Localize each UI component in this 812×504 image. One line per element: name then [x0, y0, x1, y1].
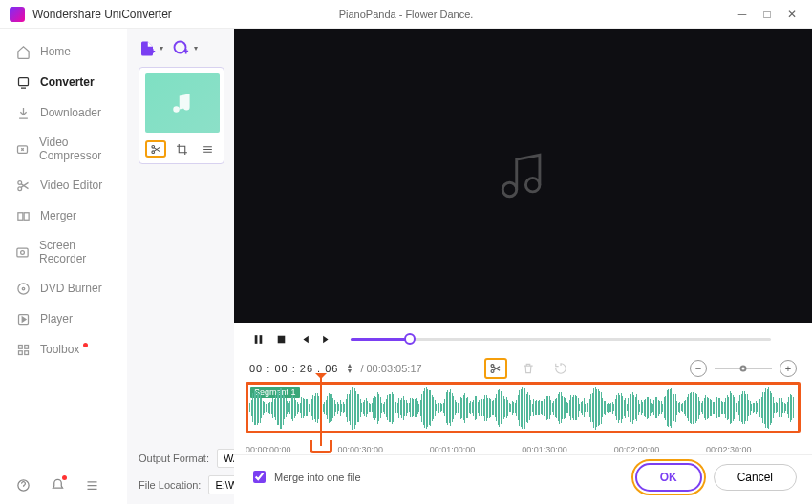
- svg-point-21: [502, 182, 517, 197]
- svg-rect-6: [17, 248, 28, 257]
- preview-area: [234, 29, 812, 323]
- app-title: Wondershare UniConverter: [32, 8, 172, 21]
- svg-point-27: [491, 369, 494, 372]
- titlebar: Wondershare UniConverter PianoPanda - Fl…: [0, 0, 812, 29]
- undo-tool[interactable]: [549, 358, 572, 379]
- help-icon[interactable]: [15, 477, 31, 493]
- crop-button[interactable]: [171, 140, 192, 158]
- app-logo-icon: [10, 7, 25, 22]
- ok-button[interactable]: OK: [635, 463, 702, 492]
- ruler-tick: 00:01:30:00: [522, 445, 567, 454]
- disc-icon: [15, 281, 31, 296]
- svg-rect-11: [18, 345, 22, 348]
- compressor-icon: [15, 141, 30, 157]
- svg-rect-24: [259, 335, 262, 344]
- converter-icon: [15, 74, 31, 90]
- delete-tool[interactable]: [517, 358, 540, 379]
- svg-rect-0: [18, 77, 28, 85]
- sidebar-item-converter[interactable]: Converter: [0, 67, 127, 97]
- sidebar-item-home[interactable]: Home: [0, 36, 127, 67]
- svg-rect-5: [24, 212, 29, 220]
- sidebar-item-compressor[interactable]: Video Compressor: [0, 128, 127, 170]
- svg-rect-12: [24, 345, 28, 348]
- cancel-button[interactable]: Cancel: [714, 464, 797, 491]
- close-button[interactable]: ✕: [781, 4, 802, 25]
- play-icon: [15, 311, 31, 326]
- editor-panel: 00 : 00 : 26 . 06 ▲▼ / 00:03:05:17 − + S…: [234, 29, 812, 504]
- zoom-slider[interactable]: [715, 368, 772, 369]
- merger-icon: [15, 208, 31, 223]
- progress-slider[interactable]: [351, 338, 771, 341]
- playhead[interactable]: [320, 375, 322, 446]
- more-button[interactable]: [197, 140, 218, 158]
- recorder-icon: [15, 244, 30, 260]
- svg-point-8: [17, 283, 28, 293]
- menu-icon[interactable]: [84, 477, 99, 493]
- sidebar-item-toolbox[interactable]: Toolbox: [0, 334, 127, 365]
- merge-checkbox[interactable]: Merge into one file: [249, 468, 361, 486]
- download-icon: [15, 105, 31, 120]
- sidebar-item-player[interactable]: Player: [0, 304, 127, 334]
- minimize-button[interactable]: ─: [732, 4, 753, 25]
- trim-button[interactable]: [145, 140, 166, 158]
- ruler-tick: 00:00:30:00: [337, 445, 383, 454]
- ruler-tick: [798, 445, 801, 454]
- file-title: PianoPanda - Flower Dance.: [339, 9, 474, 20]
- svg-text:+: +: [183, 48, 188, 56]
- bell-icon[interactable]: [50, 477, 65, 493]
- thumbnail-image: [145, 74, 220, 133]
- zoom-in-button[interactable]: +: [780, 360, 797, 377]
- waveform-display: [248, 385, 798, 430]
- scissors-icon: [15, 178, 31, 193]
- zoom-out-button[interactable]: −: [690, 360, 707, 377]
- transport-bar: [234, 323, 812, 355]
- home-icon: [15, 44, 31, 59]
- file-location-label: File Location:: [139, 479, 201, 491]
- output-format-label: Output Format:: [139, 452, 209, 464]
- svg-text:+: +: [151, 48, 156, 56]
- sidebar-item-dvd-burner[interactable]: DVD Burner: [0, 273, 127, 304]
- sidebar: Home Converter Downloader Video Compress…: [0, 29, 127, 504]
- media-thumbnail[interactable]: [139, 67, 224, 164]
- svg-point-19: [151, 145, 154, 148]
- svg-rect-4: [17, 212, 22, 220]
- ruler-tick: 00:00:00:00: [246, 445, 291, 454]
- waveform-segment[interactable]: Segment 1: [246, 382, 801, 433]
- svg-point-20: [151, 150, 154, 153]
- ruler-tick: 00:01:00:00: [430, 445, 476, 454]
- time-stepper[interactable]: ▲▼: [346, 363, 353, 374]
- svg-rect-13: [18, 350, 22, 354]
- svg-point-22: [525, 178, 540, 192]
- cut-tool[interactable]: [484, 358, 507, 379]
- ruler-tick: 00:02:30:00: [706, 445, 752, 454]
- add-file-button[interactable]: +▾: [139, 40, 156, 57]
- svg-point-7: [21, 250, 25, 254]
- sidebar-item-merger[interactable]: Merger: [0, 200, 127, 231]
- sidebar-item-video-editor[interactable]: Video Editor: [0, 170, 127, 200]
- add-url-button[interactable]: +▾: [173, 40, 190, 57]
- sidebar-item-downloader[interactable]: Downloader: [0, 97, 127, 128]
- total-duration: / 00:03:05:17: [360, 363, 421, 374]
- stop-button[interactable]: [272, 330, 289, 347]
- svg-rect-25: [277, 335, 285, 343]
- sidebar-item-screen-recorder[interactable]: Screen Recorder: [0, 231, 127, 273]
- svg-rect-14: [24, 350, 28, 354]
- maximize-button[interactable]: □: [757, 4, 778, 25]
- next-button[interactable]: [318, 330, 335, 347]
- time-ruler: 00:00:00:00 00:00:30:00 00:01:00:00 00:0…: [246, 437, 801, 454]
- svg-point-9: [22, 287, 25, 290]
- grid-icon: [15, 342, 31, 357]
- prev-button[interactable]: [295, 330, 312, 347]
- pause-button[interactable]: [249, 330, 267, 347]
- ruler-tick: 00:02:00:00: [614, 445, 660, 454]
- svg-rect-23: [254, 335, 257, 344]
- svg-point-26: [491, 365, 494, 368]
